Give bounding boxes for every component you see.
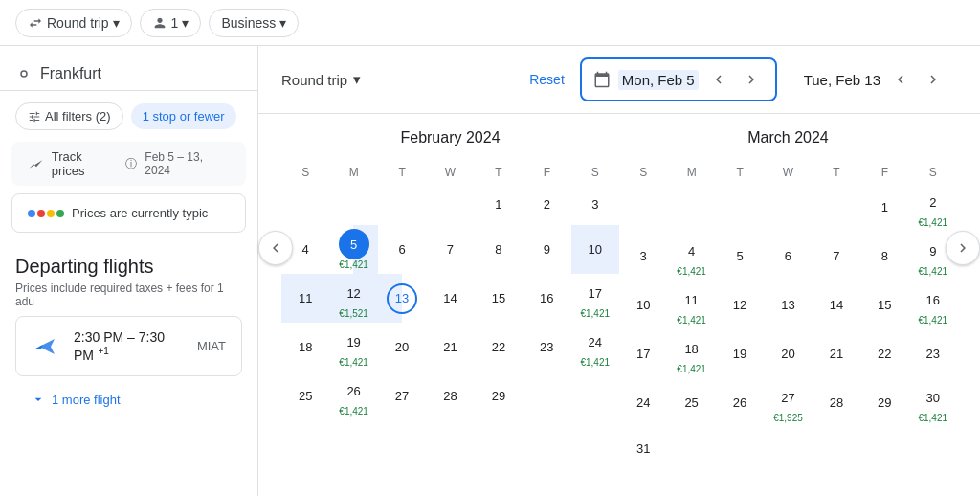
day-cell[interactable]: 25 [667, 378, 715, 427]
day-header: S [281, 162, 329, 183]
day-number: 10 [580, 235, 611, 265]
day-price: €1,925 [773, 414, 803, 423]
day-cell[interactable]: 7 [426, 225, 474, 274]
day-cell[interactable]: 24€1,421 [571, 323, 619, 372]
day-number: 13 [387, 283, 417, 314]
start-date-input[interactable]: Mon, Feb 5 [580, 57, 777, 101]
left-panel: Frankfurt All filters (2) 1 stop or fewe… [0, 46, 258, 496]
day-cell[interactable]: 6 [764, 232, 812, 281]
day-cell[interactable]: 29 [860, 378, 908, 427]
day-cell[interactable]: 26 [716, 378, 764, 427]
day-cell[interactable]: 5 [716, 232, 764, 281]
day-cell[interactable]: 3 [571, 183, 619, 225]
day-number: 11 [677, 284, 707, 315]
day-number: 26 [724, 388, 755, 418]
day-cell[interactable]: 21 [426, 323, 474, 372]
day-cell[interactable]: 1 [860, 183, 908, 232]
day-cell[interactable]: 17 [619, 329, 667, 378]
day-cell[interactable]: 23 [523, 323, 570, 372]
day-cell[interactable]: 15 [860, 281, 908, 329]
day-number: 20 [387, 332, 417, 363]
start-date-next[interactable] [739, 67, 764, 92]
day-cell[interactable]: 22 [475, 323, 523, 372]
day-cell[interactable]: 20 [764, 329, 812, 378]
day-cell[interactable]: 18€1,421 [667, 329, 715, 378]
day-cell[interactable]: 16 [523, 274, 570, 323]
passengers-button[interactable]: 1 ▾ [140, 9, 202, 37]
round-trip-button[interactable]: Round trip ▾ [15, 9, 132, 37]
stops-chip-label: 1 stop or fewer [143, 109, 225, 124]
stops-chip[interactable]: 1 stop or fewer [131, 103, 236, 129]
day-cell[interactable]: 29 [475, 372, 523, 420]
march-grid: SMTWTFS12€1,42134€1,42156789€1,4211011€1… [619, 162, 957, 469]
day-cell[interactable]: 19€1,421 [329, 323, 377, 372]
end-date-prev[interactable] [888, 67, 913, 92]
day-cell [329, 183, 377, 225]
day-cell[interactable]: 27 [378, 372, 426, 420]
track-prices-label: Track prices [52, 149, 119, 178]
day-cell[interactable]: 7 [813, 232, 860, 281]
day-cell[interactable]: 11€1,421 [667, 281, 715, 329]
day-cell[interactable]: 21 [813, 329, 860, 378]
day-cell[interactable]: 18 [281, 323, 329, 372]
day-cell[interactable]: 14 [426, 274, 474, 323]
day-cell[interactable]: 15 [475, 274, 523, 323]
day-cell[interactable]: 13 [764, 281, 812, 329]
day-header: T [813, 162, 860, 183]
day-cell[interactable]: 12€1,521 [329, 274, 377, 323]
class-button[interactable]: Business ▾ [209, 9, 299, 37]
day-number: 17 [628, 339, 658, 370]
day-cell[interactable]: 1 [475, 183, 523, 225]
day-cell [426, 183, 474, 225]
day-cell[interactable]: 8 [860, 232, 908, 281]
day-cell[interactable]: 9 [523, 225, 570, 274]
day-cell[interactable]: 31 [619, 427, 667, 469]
end-date-next[interactable] [921, 67, 946, 92]
day-cell[interactable]: 8 [475, 225, 523, 274]
roundtrip-selector[interactable]: Round trip ▾ [281, 71, 361, 88]
next-month-button[interactable] [946, 231, 980, 265]
day-cell[interactable]: 2 [523, 183, 570, 225]
day-cell[interactable]: 6 [378, 225, 426, 274]
day-cell[interactable]: 3 [619, 232, 667, 281]
day-cell[interactable]: 19 [716, 329, 764, 378]
day-cell[interactable]: 14 [813, 281, 860, 329]
flight-time: 2:30 PM – 7:30 PM [74, 329, 165, 363]
day-cell[interactable]: 28 [813, 378, 860, 427]
filter-row: All filters (2) 1 stop or fewer [0, 91, 257, 142]
prev-month-button[interactable] [258, 231, 293, 265]
day-cell[interactable]: 12 [716, 281, 764, 329]
day-cell[interactable]: 26€1,421 [329, 372, 377, 420]
day-cell[interactable]: 25 [281, 372, 329, 420]
day-cell[interactable]: 10 [619, 281, 667, 329]
day-cell[interactable]: 16€1,421 [909, 281, 957, 329]
flight-card[interactable]: 2:30 PM – 7:30 PM +1 MIAT [15, 316, 242, 376]
day-cell[interactable]: 11 [281, 274, 329, 323]
day-cell[interactable]: 28 [426, 372, 474, 420]
day-cell[interactable]: 27€1,925 [764, 378, 812, 427]
day-number: 5 [724, 241, 755, 272]
day-number: 16 [531, 283, 562, 314]
day-cell[interactable]: 20 [378, 323, 426, 372]
day-cell[interactable]: 22 [860, 329, 908, 378]
day-cell[interactable]: 24 [619, 378, 667, 427]
day-cell[interactable]: 13 [378, 274, 426, 323]
reset-button[interactable]: Reset [529, 72, 565, 87]
all-filters-button[interactable]: All filters (2) [15, 102, 123, 130]
day-cell[interactable]: 30€1,421 [909, 378, 957, 427]
day-number: 9 [531, 235, 562, 265]
day-cell[interactable]: 2€1,421 [909, 183, 957, 232]
start-date-prev[interactable] [706, 67, 731, 92]
day-cell[interactable]: 23 [909, 329, 957, 378]
day-cell[interactable]: 17€1,421 [571, 274, 619, 323]
day-header: W [426, 162, 474, 183]
day-cell[interactable]: 4€1,421 [667, 232, 715, 281]
end-date-input[interactable]: Tue, Feb 13 [792, 59, 957, 100]
day-cell[interactable]: 10 [571, 225, 619, 274]
more-flights-button[interactable]: 1 more flight [15, 384, 136, 415]
day-cell[interactable]: 5€1,421 [329, 225, 377, 274]
day-number: 20 [772, 339, 803, 370]
day-number: 8 [869, 241, 900, 272]
day-header: M [667, 162, 715, 183]
day-cell [860, 427, 908, 469]
